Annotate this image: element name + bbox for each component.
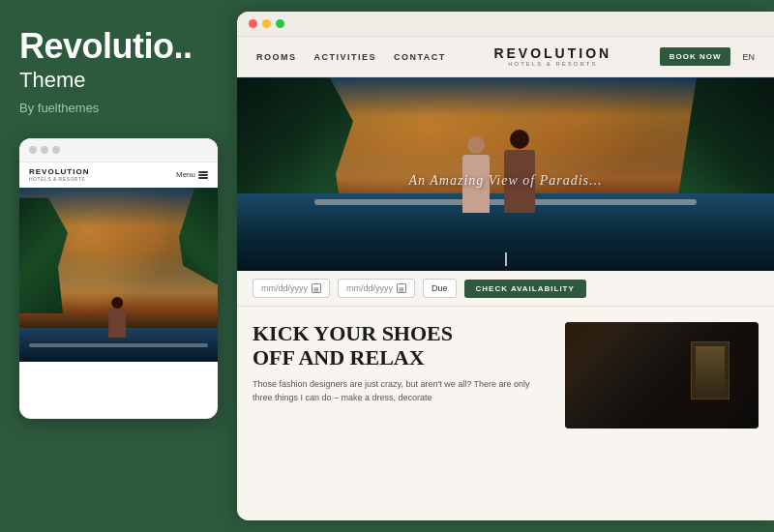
nav-rooms[interactable]: ROOMS	[256, 52, 297, 62]
dot-red	[29, 146, 37, 154]
checkin-date-input[interactable]: mm/dd/yyyy ▦	[253, 279, 330, 298]
desktop-nav: ROOMS ACTIVITIES CONTACT REVOLUTION HOTE…	[237, 37, 774, 77]
desktop-hero-image: An Amazing View of Paradis...	[237, 77, 774, 271]
dot-yellow	[41, 146, 48, 154]
main-content-area: ROOMS ACTIVITIES CONTACT REVOLUTION HOTE…	[237, 12, 774, 520]
guests-input[interactable]: Due	[423, 279, 457, 298]
heading-line-1: KICK YOUR SHOES	[253, 321, 453, 345]
checkout-calendar-icon: ▦	[397, 283, 406, 293]
persons-mobile	[108, 297, 126, 338]
desktop-logo: REVOLUTION	[493, 46, 611, 61]
mobile-menu-button[interactable]: Menu	[176, 170, 208, 179]
desktop-preview: ROOMS ACTIVITIES CONTACT REVOLUTION HOTE…	[237, 37, 774, 520]
mobile-hero-image	[19, 188, 218, 362]
person-silhouette	[108, 297, 126, 338]
browser-dot-green	[276, 19, 284, 28]
browser-chrome	[237, 12, 774, 37]
persons-desktop	[462, 130, 535, 213]
room-thumbnail	[565, 322, 759, 429]
browser-dot-red	[249, 19, 257, 28]
heading-line-2: OFF AND RELAX	[253, 345, 425, 369]
pool-edge-mobile	[29, 343, 208, 347]
section-heading: KICK YOUR SHOES OFF AND RELAX	[253, 322, 550, 369]
nav-activities[interactable]: ACTIVITIES	[314, 52, 377, 62]
language-selector[interactable]: EN	[742, 52, 755, 62]
mobile-nav-bar: REVOLUTION HOTELS & RESORTS Menu	[19, 163, 218, 189]
section-body-text: Those fashion designers are just crazy, …	[253, 377, 550, 405]
bottom-text-section: KICK YOUR SHOES OFF AND RELAX Those fash…	[253, 322, 550, 505]
desktop-logo-sub: HOTELS & RESORTS	[493, 61, 611, 67]
person-2	[504, 130, 535, 213]
theme-author: By fuelthemes	[19, 101, 218, 115]
room-image-overlay	[565, 322, 759, 429]
bottom-content: KICK YOUR SHOES OFF AND RELAX Those fash…	[237, 307, 774, 520]
mobile-preview-card: REVOLUTION HOTELS & RESORTS Menu	[19, 138, 218, 419]
checkin-placeholder: mm/dd/yyyy	[261, 283, 308, 293]
mobile-window-dots	[19, 138, 218, 163]
slider-indicator	[505, 252, 507, 266]
theme-title: Revolutio..	[19, 27, 218, 66]
hero-text-overlay: An Amazing View of Paradis...	[409, 173, 603, 189]
hamburger-icon	[198, 171, 208, 179]
sidebar: Revolutio.. Theme By fuelthemes REVOLUTI…	[0, 0, 237, 532]
desktop-nav-right: BOOK NOW EN	[660, 47, 755, 66]
mobile-logo: REVOLUTION HOTELS & RESORTS	[29, 168, 89, 183]
desktop-logo-container: REVOLUTION HOTELS & RESORTS	[493, 46, 611, 67]
checkin-calendar-icon: ▦	[312, 283, 321, 293]
book-now-button[interactable]: BOOK NOW	[660, 47, 731, 66]
room-image-section	[565, 322, 759, 505]
browser-dot-yellow	[262, 19, 271, 28]
checkout-date-input[interactable]: mm/dd/yyyy ▦	[338, 279, 415, 298]
nav-contact[interactable]: CONTACT	[394, 52, 446, 62]
checkout-placeholder: mm/dd/yyyy	[346, 283, 393, 293]
desktop-nav-left: ROOMS ACTIVITIES CONTACT	[256, 52, 446, 62]
check-availability-button[interactable]: CHECK AVAILABILITY	[464, 280, 586, 298]
room-light-effect	[696, 346, 725, 395]
date-picker-bar: mm/dd/yyyy ▦ mm/dd/yyyy ▦ Due CHECK AVAI…	[237, 271, 774, 307]
dot-green	[52, 146, 60, 154]
theme-subtitle: Theme	[19, 68, 218, 93]
